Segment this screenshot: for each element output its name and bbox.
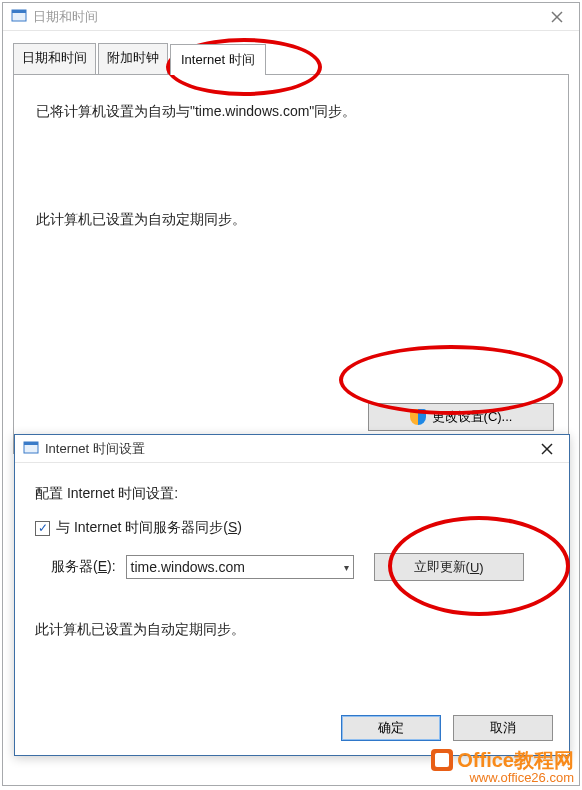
configure-label: 配置 Internet 时间设置: — [35, 485, 549, 503]
server-label: 服务器(E): — [51, 558, 116, 576]
tab-date-time[interactable]: 日期和时间 — [13, 43, 96, 74]
inner-title: Internet 时间设置 — [45, 440, 525, 458]
sync-checkbox-label: 与 Internet 时间服务器同步(S) — [56, 519, 242, 537]
cancel-button[interactable]: 取消 — [453, 715, 553, 741]
internet-time-settings-dialog: Internet 时间设置 配置 Internet 时间设置: ✓ 与 Inte… — [14, 434, 570, 756]
tab-row: 日期和时间 附加时钟 Internet 时间 — [13, 43, 569, 74]
tab-content: 已将计算机设置为自动与"time.windows.com"同步。 此计算机已设置… — [13, 74, 569, 454]
inner-status-text: 此计算机已设置为自动定期同步。 — [35, 621, 549, 639]
sync-checkbox[interactable]: ✓ — [35, 521, 50, 536]
tab-additional-clocks[interactable]: 附加时钟 — [98, 43, 168, 74]
change-settings-label: 更改设置(C)... — [432, 408, 513, 426]
tab-internet-time[interactable]: Internet 时间 — [170, 44, 266, 75]
server-value: time.windows.com — [131, 559, 245, 575]
sync-info-text: 已将计算机设置为自动与"time.windows.com"同步。 — [36, 103, 546, 121]
update-now-button[interactable]: 立即更新(U) — [374, 553, 524, 581]
inner-titlebar[interactable]: Internet 时间设置 — [15, 435, 569, 463]
inner-close-icon[interactable] — [525, 435, 569, 462]
calendar-icon — [23, 439, 39, 459]
outer-titlebar[interactable]: 日期和时间 — [3, 3, 579, 31]
ok-button[interactable]: 确定 — [341, 715, 441, 741]
watermark-icon — [431, 749, 453, 771]
watermark: Office教程网 www.office26.com — [431, 749, 574, 784]
auto-sync-text: 此计算机已设置为自动定期同步。 — [36, 211, 546, 229]
watermark-brand: Office教程网 — [457, 749, 574, 771]
server-dropdown[interactable]: time.windows.com ▾ — [126, 555, 354, 579]
chevron-down-icon: ▾ — [344, 562, 349, 573]
watermark-url: www.office26.com — [431, 771, 574, 784]
change-settings-button[interactable]: 更改设置(C)... — [368, 403, 554, 431]
outer-title: 日期和时间 — [33, 8, 535, 26]
uac-shield-icon — [410, 409, 426, 425]
svg-rect-5 — [24, 442, 38, 445]
svg-rect-1 — [12, 10, 26, 13]
calendar-icon — [11, 7, 27, 26]
close-icon[interactable] — [535, 3, 579, 30]
